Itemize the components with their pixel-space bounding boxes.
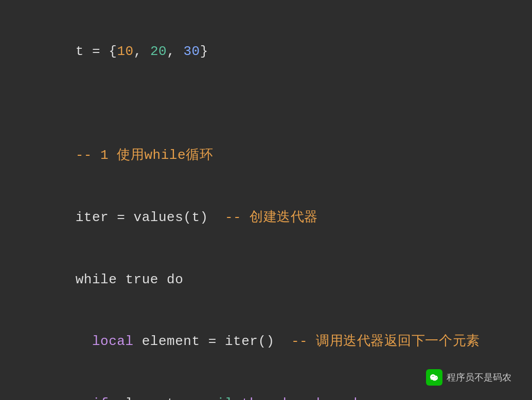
- watermark: 程序员不是码农: [426, 369, 511, 386]
- code-line-1: t = {10, 20, 30}: [26, 21, 506, 83]
- code-block: t = {10, 20, 30} -- 1 使用while循环 iter = v…: [26, 21, 506, 400]
- code-container: t = {10, 20, 30} -- 1 使用while循环 iter = v…: [0, 0, 532, 400]
- blank-line-1: [26, 83, 506, 103]
- wechat-icon: [426, 369, 442, 386]
- watermark-text: 程序员不是码农: [447, 371, 511, 384]
- code-line-3: while true do: [26, 248, 506, 311]
- code-line-2: iter = values(t) -- 创建迭代器: [26, 186, 506, 248]
- code-line-4: local element = iter() -- 调用迭代器返回下一个元素: [26, 311, 506, 373]
- blank-line-2: [26, 103, 506, 124]
- code-comment-1: -- 1 使用while循环: [26, 124, 506, 186]
